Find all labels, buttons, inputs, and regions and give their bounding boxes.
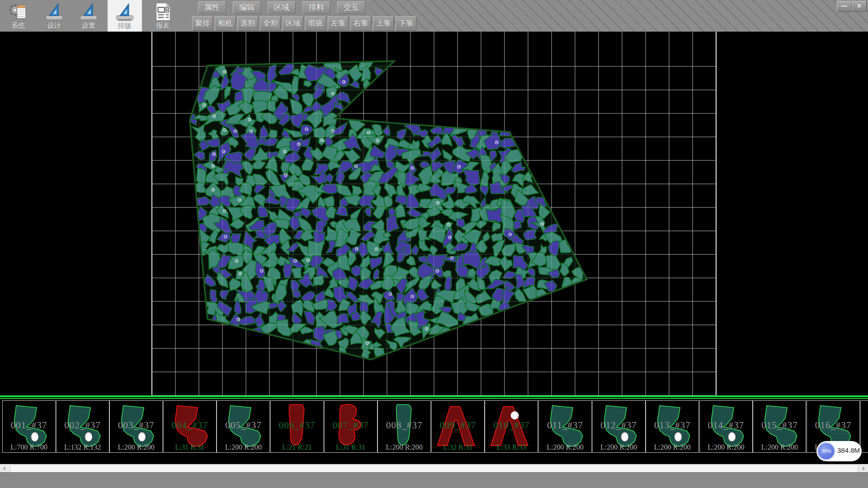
percent-circle-icon: 38% [817,442,835,460]
piece-lr-count: L:700 R:700 [3,443,55,451]
titlebar-hatch-texture [371,0,868,32]
piece-name: 007_#37 [325,420,377,431]
tool-button-5[interactable]: 区域 [283,16,303,31]
piece-name: 012_#37 [593,420,645,431]
set-square-icon [44,1,65,22]
mode-button-label: 设计 [38,22,71,29]
menu-tab-2[interactable]: 编辑 [233,1,261,14]
set-square-icon [78,1,99,22]
piece-name: 006_#37 [271,420,323,431]
piece-name: 011_#37 [539,420,591,431]
close-button[interactable]: ✕ [852,1,867,12]
filmstrip-divider-line [0,395,868,397]
piece-lr-count: L:200 R:200 [861,443,868,451]
piece-name: 003_#37 [110,420,162,431]
report-document-icon [152,1,173,22]
piece-thumbnail-008_#37[interactable]: 008_#37L:200 R:200 [377,400,431,453]
tool-button-10[interactable]: 下靠 [396,16,416,31]
minimize-button[interactable]: — [837,1,852,12]
tool-button-4[interactable]: 全割 [260,16,281,31]
application-window: 系统设计设置排版报表 属性编辑区域排料交互 聚排相机选割全割区域瑕疵左靠右靠上靠… [0,0,868,488]
piece-lr-count: L:33 R:33 [485,443,538,451]
piece-thumbnail-001_#37[interactable]: 001_#37L:700 R:700 [2,400,56,453]
piece-lr-count: L:200 R:200 [110,443,162,451]
scroll-left-arrow[interactable]: ‹ [0,464,9,472]
mode-button-label: 报表 [146,22,180,29]
mode-button-2[interactable]: 设计 [38,0,71,32]
piece-thumbnail-015_#37[interactable]: 015_#37L:200 R:200 [753,400,806,453]
mode-button-4[interactable]: 排版 [108,0,142,32]
piece-lr-count: L:200 R:200 [700,443,752,451]
piece-lr-count: L:32 R:31 [432,443,484,451]
piece-name: 002_#37 [57,420,109,431]
bottom-status-bar [0,472,868,488]
piece-lr-count: L:200 R:200 [378,443,430,451]
mode-button-1[interactable]: 系统 [2,0,34,32]
set-square-icon [114,1,135,22]
piece-lr-count: L:200 R:200 [593,443,645,451]
nesting-canvas[interactable] [0,32,868,395]
piece-name: 016_#37 [807,420,859,431]
mode-button-5[interactable]: 报表 [146,0,180,32]
tool-button-2[interactable]: 相机 [215,16,236,31]
piece-thumbnail-002_#37[interactable]: 002_#37L:132 R:132 [56,400,109,453]
piece-name: 004_#37 [164,420,216,431]
piece-name: 001_#37 [3,420,55,431]
piece-name: 005_#37 [217,420,269,431]
menu-tab-3[interactable]: 区域 [268,1,296,14]
piece-name: 014_#37 [700,420,752,431]
tool-button-1[interactable]: 聚排 [192,16,213,31]
mode-button-3[interactable]: 设置 [71,0,106,32]
piece-name: 013_#37 [646,420,698,431]
filmstrip-divider-line [0,398,868,399]
ribbon-toolbar: 系统设计设置排版报表 属性编辑区域排料交互 聚排相机选割全割区域瑕疵左靠右靠上靠… [0,0,868,33]
tool-button-9[interactable]: 上靠 [373,16,394,31]
piece-thumbnail-011_#37[interactable]: 011_#37L:200 R:200 [538,400,592,453]
piece-lr-count: L:200 R:200 [217,443,269,451]
scroll-right-arrow[interactable]: › [859,464,868,472]
piece-lr-count: L:200 R:200 [539,443,591,451]
piece-thumbnail-012_#37[interactable]: 012_#37L:200 R:200 [592,400,646,453]
menu-tab-1[interactable]: 属性 [198,1,226,14]
piece-lr-count: L:200 R:200 [753,443,806,451]
system-gear-icon [8,1,28,22]
menu-tab-5[interactable]: 交互 [337,1,365,14]
piece-thumbnail-004_#37[interactable]: 004_#37L:31 R:31 [163,400,217,453]
memory-value: 384.8M [837,446,860,454]
piece-lr-count: L:21 R:21 [271,443,323,451]
piece-lr-count: L:132 R:132 [57,443,109,451]
piece-thumbnail-007_#37[interactable]: 007_#37L:31 R:31 [324,400,377,453]
piece-name: 008_#37 [378,420,430,431]
piece-thumbnail-010_#37[interactable]: 010_#37L:33 R:33 [485,400,538,453]
piece-lr-count: L:31 R:31 [325,443,377,451]
piece-lr-count: L:31 R:31 [164,443,216,451]
tool-button-3[interactable]: 选割 [237,16,258,31]
mode-button-label: 系统 [2,22,34,29]
piece-thumbnail-003_#37[interactable]: 003_#37L:200 R:200 [109,400,163,453]
tool-button-8[interactable]: 右靠 [350,16,371,31]
piece-thumbnail-013_#37[interactable]: 013_#37L:200 R:200 [646,400,699,453]
tool-button-7[interactable]: 左靠 [328,16,349,31]
mode-button-label: 排版 [108,22,142,29]
piece-name: 010_#37 [485,420,538,431]
piece-thumbnail-005_#37[interactable]: 005_#37L:200 R:200 [217,400,270,453]
menu-tab-4[interactable]: 排料 [302,1,330,14]
piece-thumbnail-009_#37[interactable]: 009_#37L:32 R:31 [431,400,485,453]
piece-thumbnail-017_#37[interactable]: 017_#37L:200 R:200 [860,400,868,453]
mode-button-label: 设置 [71,22,106,29]
horizontal-scrollbar[interactable]: ‹ › [0,464,868,472]
piece-name: 015_#37 [753,420,806,431]
memory-usage-badge[interactable]: 38% 384.8M [816,441,862,461]
piece-thumbnail-006_#37[interactable]: 006_#37L:21 R:21 [270,400,324,453]
piece-name: 017_#37 [861,420,868,431]
piece-lr-count: L:200 R:200 [646,443,698,451]
scrollbar-thumb[interactable] [10,465,858,473]
tool-button-6[interactable]: 瑕疵 [305,16,326,31]
piece-name: 009_#37 [432,420,484,431]
piece-filmstrip: 001_#37L:700 R:700002_#37L:132 R:132003_… [0,395,868,455]
piece-thumbnail-014_#37[interactable]: 014_#37L:200 R:200 [699,400,753,453]
